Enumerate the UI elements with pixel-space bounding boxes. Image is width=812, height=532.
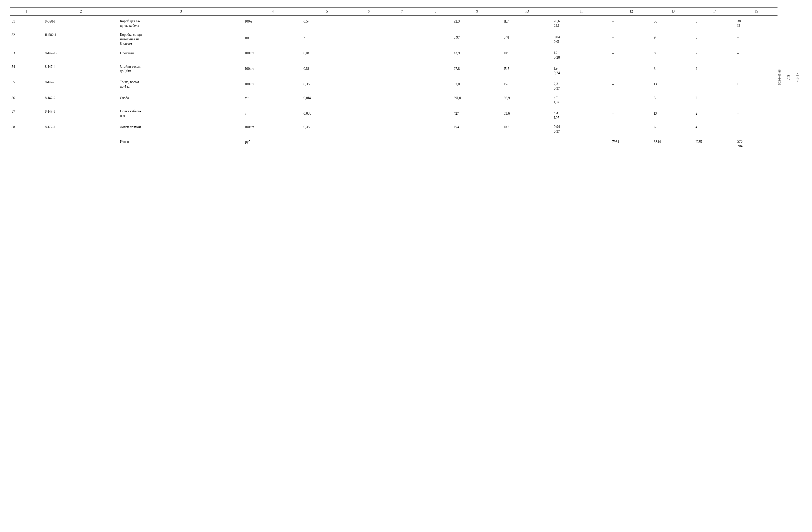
- row-col11: 4,4 I,07: [552, 106, 611, 121]
- row-id: 55: [10, 76, 43, 92]
- row-desc: Лоток прямой: [118, 121, 244, 135]
- main-content: I 2 3 4 5 6 7 8 9 IO II I2 I3 I4 I5: [10, 8, 778, 150]
- total-empty6: [352, 135, 385, 150]
- row-unit: I00шт: [244, 47, 302, 61]
- header-col13: I3: [652, 8, 694, 15]
- side-annotation: 503-I-45.86 ЛП - 143 -: [778, 8, 802, 150]
- row-col9: 27,8: [452, 61, 502, 76]
- row-col11: I,2 0,28: [552, 47, 611, 61]
- row-col12: –: [611, 15, 652, 29]
- row-unit: I00шт: [244, 61, 302, 76]
- table-row: 51 8-398-I Короб для за- щиты кабеля I00…: [10, 15, 778, 29]
- row-code: 8-I47-I3: [43, 47, 118, 61]
- row-col15: 38 I2: [736, 15, 778, 29]
- row-col8: [419, 106, 452, 121]
- row-col13: 9: [652, 29, 694, 47]
- row-col10: 36,9: [502, 92, 552, 106]
- row-col13: I3: [652, 106, 694, 121]
- row-col13: I3: [652, 76, 694, 92]
- row-col14: 5: [694, 29, 736, 47]
- row-col15: I: [736, 76, 778, 92]
- row-col12: –: [611, 47, 652, 61]
- total-empty7: [386, 135, 419, 150]
- row-col7: [386, 15, 419, 29]
- row-col14: 6: [694, 15, 736, 29]
- total-unit: руб: [244, 135, 302, 150]
- row-col14: 5: [694, 76, 736, 92]
- total-col13: 3344: [652, 135, 694, 150]
- total-empty5: [302, 135, 352, 150]
- row-id: 58: [10, 121, 43, 135]
- row-col8: [419, 92, 452, 106]
- row-col12: –: [611, 106, 652, 121]
- row-col12: –: [611, 61, 652, 76]
- row-code: 8-I47-I: [43, 106, 118, 121]
- row-code: 8-I47-2: [43, 92, 118, 106]
- row-col5: 0,I8: [302, 61, 352, 76]
- header-col15: I5: [736, 8, 778, 15]
- row-col9: 39I,0: [452, 92, 502, 106]
- row-code: 8-I47-4: [43, 61, 118, 76]
- total-empty10: [502, 135, 552, 150]
- row-col10: I0,2: [502, 121, 552, 135]
- total-row: Итого руб 7964 3344 I235 576 20: [10, 135, 778, 150]
- main-table: I 2 3 4 5 6 7 8 9 IO II I2 I3 I4 I5: [10, 8, 778, 150]
- row-col8: [419, 47, 452, 61]
- row-col13: 5: [652, 92, 694, 106]
- row-col6: [352, 106, 385, 121]
- row-col7: [386, 92, 419, 106]
- row-col15: –: [736, 92, 778, 106]
- header-col14: I4: [694, 8, 736, 15]
- row-col5: 0,35: [302, 121, 352, 135]
- row-col8: [419, 61, 452, 76]
- row-col10: II,7: [502, 15, 552, 29]
- row-id: 51: [10, 15, 43, 29]
- row-col5: 7: [302, 29, 352, 47]
- row-col7: [386, 29, 419, 47]
- row-col5: 0,0I4: [302, 92, 352, 106]
- row-col9: 43,9: [452, 47, 502, 61]
- total-empty9: [452, 135, 502, 150]
- row-col6: [352, 29, 385, 47]
- row-col12: –: [611, 92, 652, 106]
- header-col6: 6: [352, 8, 385, 15]
- row-col6: [352, 92, 385, 106]
- row-col14: 2: [694, 61, 736, 76]
- row-col6: [352, 76, 385, 92]
- row-col7: [386, 76, 419, 92]
- page-wrapper: I 2 3 4 5 6 7 8 9 IO II I2 I3 I4 I5: [10, 8, 802, 150]
- row-col9: 0,97: [452, 29, 502, 47]
- header-col2: 2: [43, 8, 118, 15]
- total-col12: 7964: [611, 135, 652, 150]
- header-col9: 9: [452, 8, 502, 15]
- total-col15: 576 204: [736, 135, 778, 150]
- row-col5: 0,54: [302, 15, 352, 29]
- row-col6: [352, 61, 385, 76]
- row-col5: 0,030: [302, 106, 352, 121]
- row-col8: [419, 121, 452, 135]
- row-col8: [419, 29, 452, 47]
- row-col14: I: [694, 92, 736, 106]
- total-empty11: [552, 135, 611, 150]
- row-col15: –: [736, 47, 778, 61]
- side-text-doc-number: 503-I-45.86: [778, 70, 782, 85]
- row-col15: –: [736, 121, 778, 135]
- row-unit: шт: [244, 29, 302, 47]
- row-col8: [419, 76, 452, 92]
- row-col7: [386, 106, 419, 121]
- row-col15: –: [736, 61, 778, 76]
- row-col7: [386, 61, 419, 76]
- row-col5: 0,I8: [302, 47, 352, 61]
- row-col9: 37,0: [452, 76, 502, 92]
- table-row: 55 8-I47-6 То же, весом до 4 кг I00шт 0,…: [10, 76, 778, 92]
- total-col14: I235: [694, 135, 736, 150]
- row-col8: [419, 15, 452, 29]
- row-unit: I00шт: [244, 76, 302, 92]
- row-col11: I,9 0,24: [552, 61, 611, 76]
- row-col14: 2: [694, 106, 736, 121]
- row-col14: 4: [694, 121, 736, 135]
- total-empty8: [419, 135, 452, 150]
- row-code: 8-I47-6: [43, 76, 118, 92]
- row-col10: 53,6: [502, 106, 552, 121]
- row-desc: То же, весом до 4 кг: [118, 76, 244, 92]
